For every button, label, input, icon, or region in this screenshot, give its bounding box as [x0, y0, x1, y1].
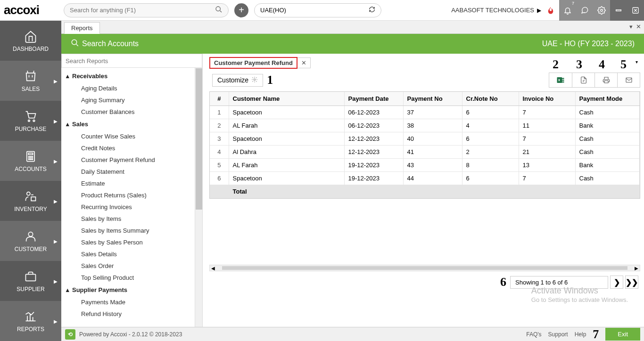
- tree-item[interactable]: Counter Wise Sales: [61, 130, 202, 142]
- notification-icon[interactable]: 7: [559, 0, 576, 21]
- tree-item[interactable]: Recurring Invoices: [61, 201, 202, 213]
- tree-item[interactable]: Daily Statement: [61, 166, 202, 178]
- table-row[interactable]: 2AL Farah06-12-202338411Bank: [210, 119, 640, 132]
- top-right: AABASOFT TECHNOLOGIES ▶ 7: [451, 0, 644, 21]
- column-header[interactable]: Cr.Note No: [462, 92, 519, 106]
- last-page-button[interactable]: ❯❯: [625, 276, 638, 289]
- svg-rect-23: [604, 81, 608, 83]
- global-search-input[interactable]: [70, 7, 215, 14]
- tree-item[interactable]: Customer Payment Refund: [61, 154, 202, 166]
- column-header[interactable]: #: [210, 92, 229, 106]
- chevron-right-icon: ▶: [54, 78, 58, 83]
- export-pdf-button[interactable]: [572, 73, 594, 87]
- tree-item[interactable]: Sales Order: [61, 260, 202, 272]
- table-row[interactable]: 6Spacetoon19-12-20234467Cash: [210, 172, 640, 185]
- report-list: ▴Receivables Aging DetailsAging SummaryC…: [61, 54, 203, 327]
- email-button[interactable]: [617, 73, 640, 87]
- settings-icon[interactable]: [593, 0, 610, 21]
- footer-link-help[interactable]: Help: [575, 331, 586, 338]
- tree-item[interactable]: Aging Summary: [61, 94, 202, 106]
- tree-item[interactable]: Top Selling Product: [61, 272, 202, 284]
- svg-point-14: [27, 192, 30, 195]
- tree-item[interactable]: Sales by Items: [61, 213, 202, 225]
- tree-group-sales[interactable]: ▴Sales: [61, 118, 202, 130]
- content-row: ▴Receivables Aging DetailsAging SummaryC…: [61, 54, 644, 327]
- column-header[interactable]: Payment Date: [344, 92, 403, 106]
- context-title[interactable]: Search Accounts: [82, 40, 139, 48]
- sidebar-item-customer[interactable]: CUSTOMER ▶: [0, 221, 61, 261]
- global-search[interactable]: [64, 3, 229, 17]
- sidebar-item-dashboard[interactable]: DASHBOARD: [0, 21, 61, 61]
- tree-item[interactable]: Aging Details: [61, 82, 202, 94]
- table-row[interactable]: 3Spacetoon12-12-20234067Cash: [210, 132, 640, 146]
- tree-item[interactable]: Refund History: [61, 308, 202, 320]
- print-button[interactable]: [594, 73, 617, 87]
- column-header[interactable]: Payment No: [403, 92, 462, 106]
- sidebar-item-accounts[interactable]: ACCOUNTS ▶: [0, 141, 61, 181]
- callout-1: 1: [267, 73, 273, 87]
- close-window-icon[interactable]: [627, 0, 644, 21]
- tree-scrollbar[interactable]: [195, 68, 202, 327]
- sync-icon[interactable]: [369, 6, 375, 14]
- svg-point-5: [33, 120, 35, 122]
- table-row[interactable]: 4Al Dahra12-12-202341221Cash: [210, 146, 640, 159]
- context-bar: Search Accounts UAE - HO (FY 2023 - 2023…: [61, 34, 644, 54]
- sidebar-item-purchase[interactable]: PURCHASE ▶: [0, 101, 61, 141]
- logo: accoxi: [0, 3, 61, 17]
- footer-link-support[interactable]: Support: [548, 331, 568, 338]
- table-row[interactable]: 1Spacetoon06-12-20233767Cash: [210, 106, 640, 119]
- sidebar-item-sales[interactable]: SALES ▶: [0, 61, 61, 101]
- close-icon[interactable]: ✕: [297, 57, 311, 68]
- tree-item[interactable]: Credit Notes: [61, 142, 202, 154]
- sidebar-item-supplier[interactable]: SUPPLIER ▶: [0, 261, 61, 301]
- tab-reports[interactable]: Reports: [64, 22, 100, 34]
- exit-button[interactable]: Exit: [605, 328, 640, 341]
- export-buttons: [549, 73, 640, 88]
- tree-group-supplier-payments[interactable]: ▴Supplier Payments: [61, 284, 202, 296]
- tree-item[interactable]: Payments Made: [61, 296, 202, 308]
- chevron-right-icon: ▶: [54, 278, 58, 284]
- tree-item[interactable]: Estimate: [61, 178, 202, 189]
- column-header[interactable]: Payment Mode: [575, 92, 640, 106]
- report-tree[interactable]: ▴Receivables Aging DetailsAging SummaryC…: [61, 68, 202, 327]
- tree-item[interactable]: Product Returns (Sales): [61, 189, 202, 201]
- sidebar-item-inventory[interactable]: INVENTORY ▶: [0, 181, 61, 221]
- svg-rect-21: [562, 80, 564, 81]
- export-excel-button[interactable]: [549, 73, 572, 87]
- tabstrip: Reports ▾ ✕: [61, 21, 644, 34]
- chat-icon[interactable]: [576, 0, 593, 21]
- svg-rect-2: [616, 9, 621, 11]
- search-reports-input[interactable]: [61, 54, 202, 68]
- tree-item[interactable]: Sales by Sales Person: [61, 236, 202, 248]
- column-header[interactable]: Customer Name: [229, 92, 344, 106]
- top-bar: accoxi + UAE(HO) AABASOFT TECHNOLOGIES ▶…: [0, 0, 644, 21]
- tree-item[interactable]: Customer Balances: [61, 106, 202, 118]
- sidebar-item-reports[interactable]: REPORTS ▶: [0, 301, 61, 341]
- add-button[interactable]: +: [234, 3, 248, 17]
- flame-icon[interactable]: [544, 4, 557, 17]
- report-tab[interactable]: Customer Payment Refund: [209, 57, 297, 69]
- chevron-right-icon: ▶: [54, 238, 58, 244]
- table-row[interactable]: 5AL Farah19-12-202343813Bank: [210, 159, 640, 172]
- tree-group-receivables[interactable]: ▴Receivables: [61, 70, 202, 82]
- chevron-up-icon: ▴: [66, 286, 69, 293]
- company-name[interactable]: AABASOFT TECHNOLOGIES: [451, 7, 537, 14]
- svg-point-13: [32, 158, 33, 159]
- tree-item[interactable]: Sales by Items Summary: [61, 225, 202, 236]
- minimize-icon[interactable]: [610, 0, 627, 21]
- tree-item[interactable]: Sales Details: [61, 248, 202, 260]
- tabstrip-controls[interactable]: ▾ ✕: [629, 23, 641, 30]
- footer-link-faq[interactable]: FAQ's: [526, 331, 541, 338]
- top-icon-group: 7: [559, 0, 644, 21]
- customize-button[interactable]: Customize: [212, 74, 263, 87]
- dropdown-icon[interactable]: ▾: [636, 59, 638, 65]
- next-page-button[interactable]: ❯: [610, 276, 623, 289]
- sidebar: DASHBOARD SALES ▶ PURCHASE ▶ ACCOUNTS ▶ …: [0, 21, 61, 341]
- footer-powered: Powered by Accoxi - 2.0.12 © 2018-2023: [79, 331, 182, 338]
- column-header[interactable]: Invoice No: [519, 92, 575, 106]
- chevron-right-icon: ▶: [537, 7, 544, 14]
- chevron-right-icon: ▶: [54, 318, 58, 324]
- horizontal-scrollbar[interactable]: ◀ ▶: [209, 265, 640, 271]
- svg-point-4: [28, 120, 30, 122]
- branch-selector[interactable]: UAE(HO): [254, 3, 381, 17]
